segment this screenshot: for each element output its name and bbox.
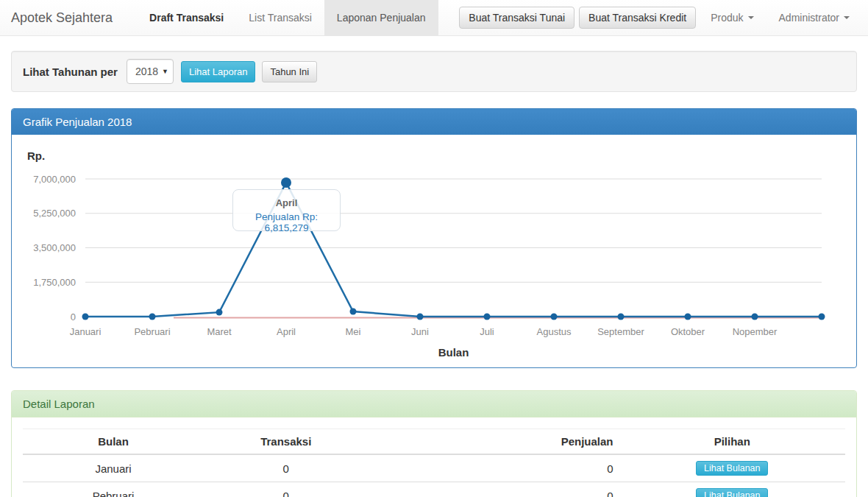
detail-panel: Detail Laporan Bulan Transaksi Penjualan… — [11, 390, 857, 497]
administrator-dropdown-label: Administrator — [779, 12, 839, 24]
x-tick-label: April — [277, 326, 296, 337]
produk-dropdown-label: Produk — [711, 12, 743, 24]
data-point[interactable] — [618, 314, 625, 320]
y-tick-label: 5,250,000 — [33, 208, 76, 219]
y-tick-label: 1,750,000 — [33, 277, 76, 288]
cell-transaksi: 0 — [204, 482, 369, 497]
chart-panel-title: Grafik Penjualan 2018 — [23, 116, 132, 128]
cell-penjualan: 0 — [369, 454, 619, 482]
x-tick-label: Maret — [207, 326, 232, 337]
data-point[interactable] — [417, 314, 424, 320]
chart-body: Rp.01,750,0003,500,0005,250,0007,000,000… — [12, 135, 856, 367]
chart-tooltip: April Penjualan Rp: 6,815,279 — [232, 189, 341, 231]
data-point[interactable] — [350, 309, 357, 315]
report-table: Bulan Transaksi Penjualan Pilihan Januar… — [23, 429, 845, 497]
brand[interactable]: Apotek Sejahtera — [0, 0, 124, 35]
caret-down-icon — [748, 16, 754, 19]
data-point[interactable] — [752, 314, 758, 320]
detail-panel-header: Detail Laporan — [12, 391, 856, 417]
data-point[interactable] — [82, 314, 89, 320]
y-axis-title: Rp. — [27, 149, 45, 162]
sales-series-line — [85, 183, 822, 317]
tooltip-month: April — [233, 197, 340, 208]
x-tick-label: September — [597, 326, 644, 337]
data-point[interactable] — [484, 314, 491, 320]
nav-link-draft-transaksi[interactable]: Draft Transaksi — [137, 0, 236, 35]
navbar-right: Buat Transaksi Tunai Buat Transaksi Kred… — [457, 0, 868, 35]
x-tick-label: Januari — [70, 326, 102, 337]
x-tick-label: Juli — [480, 326, 494, 337]
data-point[interactable] — [216, 309, 223, 316]
y-tick-label: 3,500,000 — [33, 242, 76, 253]
buat-transaksi-kredit-button[interactable]: Buat Transaksi Kredit — [579, 7, 696, 29]
filter-label: Lihat Tahunan per — [23, 66, 118, 78]
cell-bulan: Pebruari — [23, 482, 204, 497]
navbar: Apotek Sejahtera Draft Transaksi List Tr… — [0, 0, 868, 36]
year-select[interactable]: 2018 ▼ — [127, 59, 174, 84]
col-header-penjualan: Penjualan — [369, 429, 619, 455]
y-tick-label: 0 — [71, 311, 76, 322]
data-point[interactable] — [149, 314, 156, 320]
page: { "navbar": { "brand": "Apotek Sejahtera… — [0, 0, 868, 497]
buat-transaksi-tunai-button[interactable]: Buat Transaksi Tunai — [459, 7, 574, 29]
cell-penjualan: 0 — [369, 482, 619, 497]
tooltip-value: Penjualan Rp: 6,815,279 — [233, 211, 340, 233]
x-tick-label: Juni — [411, 326, 429, 337]
chart-panel-header: Grafik Penjualan 2018 — [12, 109, 856, 135]
table-header-row: Bulan Transaksi Penjualan Pilihan — [23, 429, 845, 455]
y-tick-label: 7,000,000 — [33, 174, 76, 185]
data-point[interactable] — [685, 314, 691, 320]
col-header-bulan: Bulan — [23, 429, 204, 455]
produk-dropdown[interactable]: Produk — [698, 12, 766, 24]
tahun-ini-button[interactable]: Tahun Ini — [262, 61, 317, 82]
data-point[interactable] — [551, 314, 558, 320]
administrator-dropdown[interactable]: Administrator — [766, 12, 862, 24]
lihat-bulanan-button[interactable]: Lihat Bulanan — [696, 461, 768, 476]
table-row: Januari 0 0 Lihat Bulanan — [23, 454, 845, 482]
navbar-spacer — [438, 0, 458, 35]
year-filter-bar: Lihat Tahunan per 2018 ▼ Lihat Laporan T… — [11, 51, 857, 92]
main-content: Lihat Tahunan per 2018 ▼ Lihat Laporan T… — [0, 51, 868, 497]
data-point[interactable] — [281, 177, 291, 188]
col-header-transaksi: Transaksi — [204, 429, 369, 455]
detail-panel-body: Bulan Transaksi Penjualan Pilihan Januar… — [12, 417, 856, 497]
cell-bulan: Januari — [23, 454, 204, 482]
data-point[interactable] — [819, 314, 825, 320]
table-row: Pebruari 0 0 Lihat Bulanan — [23, 482, 845, 497]
caret-down-icon: ▼ — [162, 68, 168, 75]
col-header-pilihan: Pilihan — [619, 429, 845, 455]
nav-link-laporan-penjualan[interactable]: Laponan Penjualan — [324, 0, 438, 35]
lihat-bulanan-button[interactable]: Lihat Bulanan — [696, 488, 768, 497]
x-tick-label: Mei — [346, 326, 361, 337]
x-tick-label: Nopember — [733, 326, 778, 337]
nav-link-list-transaksi[interactable]: List Transaksi — [236, 0, 324, 35]
cell-transaksi: 0 — [204, 454, 369, 482]
chart-panel: Grafik Penjualan 2018 Rp.01,750,0003,500… — [11, 108, 857, 368]
x-tick-label: Pebruari — [134, 326, 170, 337]
x-tick-label: Oktober — [671, 326, 705, 337]
caret-down-icon — [844, 16, 850, 19]
lihat-laporan-button[interactable]: Lihat Laporan — [181, 61, 256, 82]
year-select-value: 2018 — [135, 66, 158, 77]
x-tick-label: Agustus — [537, 326, 572, 337]
detail-panel-title: Detail Laporan — [23, 398, 95, 410]
sales-line-chart[interactable]: Rp.01,750,0003,500,0005,250,0007,000,000… — [12, 135, 856, 367]
x-axis-title: Bulan — [438, 346, 469, 359]
